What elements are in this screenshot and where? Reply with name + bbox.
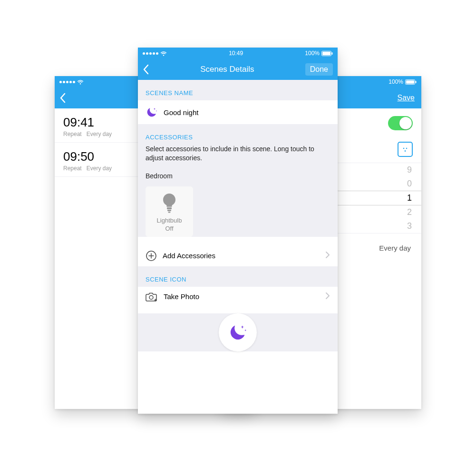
nav-title: Scenes Details [149, 65, 305, 74]
camera-icon [146, 291, 158, 302]
accessory-tile[interactable]: Lightbulb Off [146, 186, 193, 237]
accessories-header: ACCESSORIES [138, 124, 338, 145]
status-time: 10:49 [229, 50, 243, 57]
scene-icon-preview[interactable] [219, 313, 257, 351]
signal-dots-icon [143, 52, 158, 55]
svg-point-13 [149, 295, 153, 299]
svg-rect-7 [322, 52, 330, 55]
moon-icon [146, 106, 158, 118]
chevron-right-icon [325, 292, 330, 301]
chevron-right-icon [325, 251, 330, 260]
lightbulb-icon [148, 193, 190, 213]
accessory-state: Off [148, 225, 190, 232]
scene-name-text: Good night [164, 108, 198, 117]
enable-toggle[interactable] [388, 116, 413, 130]
accessory-name: Lightbulb [148, 217, 190, 224]
nav-bar-center: Scenes Details Done [138, 59, 338, 80]
signal-dots-icon [59, 81, 75, 83]
take-photo-cell[interactable]: Take Photo [138, 287, 338, 307]
room-label: Bedroom [138, 169, 338, 182]
scene-icon-header: SCENE ICON [138, 266, 338, 287]
svg-rect-1 [406, 80, 414, 84]
svg-rect-2 [416, 81, 417, 83]
back-icon[interactable] [143, 64, 149, 75]
wifi-icon [160, 51, 167, 56]
plus-circle-icon [146, 250, 157, 262]
svg-point-3 [403, 148, 405, 149]
svg-point-4 [406, 148, 408, 149]
battery-icon [405, 79, 417, 85]
save-button[interactable]: Save [398, 94, 415, 102]
svg-rect-10 [167, 210, 171, 211]
take-photo-label: Take Photo [164, 292, 199, 301]
scene-name-cell[interactable]: Good night [138, 100, 338, 124]
add-accessories-cell[interactable]: Add Accessories [138, 245, 338, 266]
center-phone: 10:49 100% Scenes Details Done SCENES NA… [138, 48, 338, 414]
repeat-value: Every day [87, 165, 112, 172]
svg-rect-5 [405, 150, 406, 152]
moon-icon [228, 322, 248, 342]
svg-rect-8 [331, 52, 332, 55]
repeat-label: Repeat [63, 165, 82, 172]
svg-rect-11 [168, 212, 171, 213]
accessories-hint: Select accessories to include in this sc… [138, 145, 338, 169]
wifi-icon [77, 79, 84, 85]
outlet-icon[interactable] [398, 142, 413, 157]
add-accessories-label: Add Accessories [163, 252, 215, 260]
battery-icon [321, 51, 333, 56]
battery-text: 100% [389, 78, 403, 85]
scenes-name-header: SCENES NAME [138, 80, 338, 100]
status-bar: 10:49 100% [138, 48, 338, 59]
done-button[interactable]: Done [305, 63, 333, 76]
svg-rect-9 [167, 207, 172, 209]
repeat-value: Every day [87, 131, 112, 137]
battery-text: 100% [305, 50, 320, 57]
repeat-label: Repeat [63, 131, 82, 137]
